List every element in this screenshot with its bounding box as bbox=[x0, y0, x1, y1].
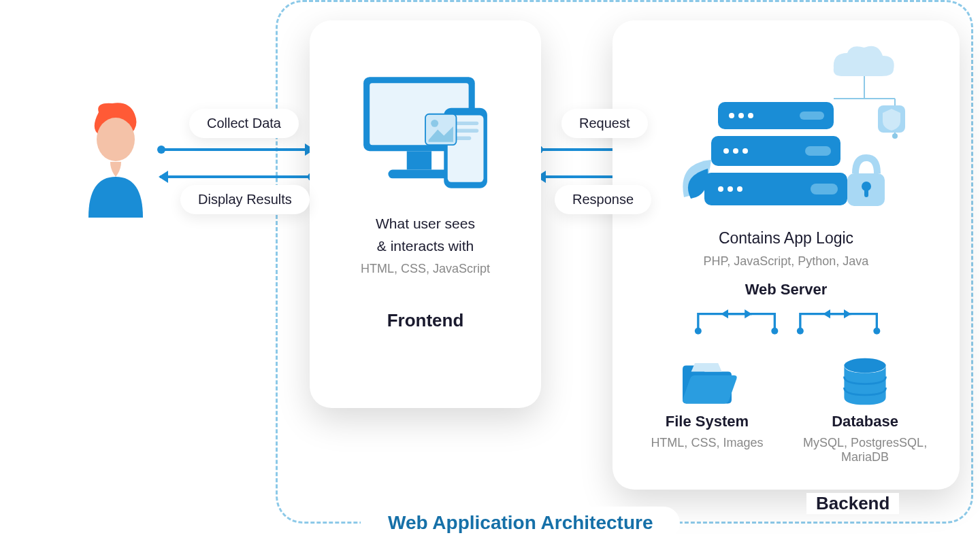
svg-rect-32 bbox=[811, 184, 838, 194]
label-display-results: Display Results bbox=[180, 185, 310, 214]
svg-point-31 bbox=[737, 186, 742, 192]
svg-point-27 bbox=[742, 148, 748, 154]
server-cloud-icon bbox=[633, 34, 939, 224]
svg-point-22 bbox=[738, 113, 744, 118]
database-label: Database bbox=[798, 413, 932, 430]
database-tech: MySQL, PostgresSQL, MariaDB bbox=[798, 436, 932, 464]
svg-rect-28 bbox=[805, 146, 831, 156]
frontend-desc-1: What user sees bbox=[330, 214, 521, 233]
backend-tech: PHP, JavaScript, Python, Java bbox=[633, 254, 939, 269]
file-system-block: File System HTML, CSS, Images bbox=[640, 357, 774, 464]
svg-rect-24 bbox=[800, 112, 824, 120]
svg-rect-3 bbox=[407, 151, 431, 169]
label-collect-data: Collect Data bbox=[189, 109, 299, 138]
monitor-phone-icon bbox=[330, 54, 521, 211]
label-response: Response bbox=[555, 185, 651, 214]
backend-desc: Contains App Logic bbox=[633, 227, 939, 249]
label-request: Request bbox=[561, 109, 648, 138]
svg-point-30 bbox=[728, 186, 733, 192]
file-system-tech: HTML, CSS, Images bbox=[640, 436, 774, 450]
backend-card: Contains App Logic PHP, JavaScript, Pyth… bbox=[612, 20, 960, 490]
svg-rect-35 bbox=[864, 188, 868, 197]
svg-marker-39 bbox=[721, 309, 728, 318]
user-icon bbox=[75, 102, 157, 218]
svg-point-26 bbox=[733, 148, 738, 154]
frontend-tech: HTML, CSS, JavaScript bbox=[330, 262, 521, 276]
svg-point-16 bbox=[892, 133, 898, 139]
arrow-display-results bbox=[160, 175, 313, 178]
database-icon bbox=[798, 357, 932, 409]
frontend-card: What user sees & interacts with HTML, CS… bbox=[310, 20, 541, 408]
file-system-label: File System bbox=[640, 413, 774, 430]
svg-marker-43 bbox=[823, 309, 830, 318]
svg-point-25 bbox=[723, 148, 729, 154]
web-server-label: Web Server bbox=[633, 281, 939, 299]
svg-point-23 bbox=[748, 113, 753, 118]
arrow-collect-data bbox=[160, 148, 313, 151]
folder-icon bbox=[640, 357, 774, 409]
svg-rect-4 bbox=[388, 170, 450, 179]
svg-point-0 bbox=[97, 118, 135, 161]
database-block: Database MySQL, PostgresSQL, MariaDB bbox=[798, 357, 932, 464]
diagram-title: Web Application Architecture bbox=[361, 507, 680, 539]
frontend-label: Frontend bbox=[330, 310, 521, 331]
svg-point-21 bbox=[729, 113, 734, 118]
backend-label: Backend bbox=[806, 493, 899, 514]
svg-point-44 bbox=[844, 358, 885, 373]
svg-point-29 bbox=[718, 186, 723, 192]
frontend-desc-2: & interacts with bbox=[330, 236, 521, 256]
svg-point-11 bbox=[431, 120, 438, 127]
